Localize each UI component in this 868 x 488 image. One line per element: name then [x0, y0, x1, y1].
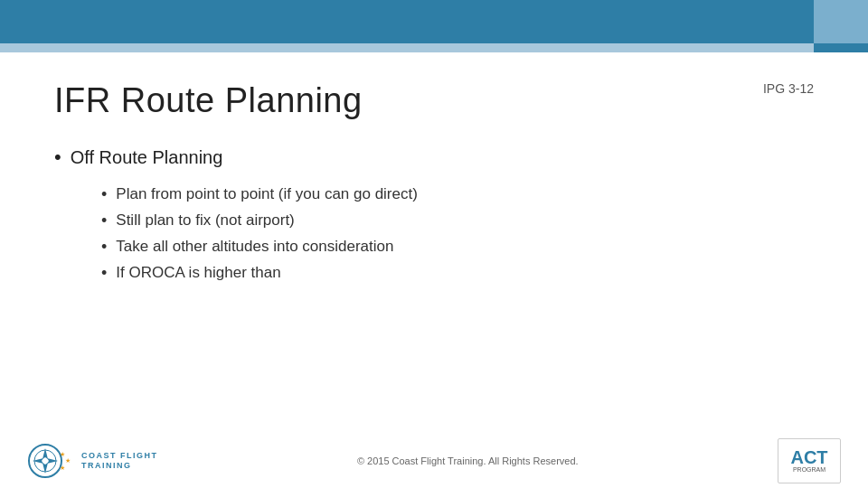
footer: ★ ★ ★ COAST FLIGHT TRAINING © 2015 Coast…: [0, 434, 868, 488]
sub-bullet-list: Plan from point to point (if you can go …: [54, 185, 814, 283]
coast-flight-logo: ★ ★ ★ COAST FLIGHT TRAINING: [27, 443, 158, 479]
act-logo: ACT PROGRAM: [778, 438, 841, 483]
sub-bullet-2: Still plan to fix (not airport): [101, 211, 814, 230]
slide-title: IFR Route Planning: [54, 81, 814, 120]
act-logo-acronym: ACT: [790, 448, 827, 466]
sub-bullet-3: Take all other altitudes into considerat…: [101, 238, 814, 257]
header-bar: [0, 0, 868, 43]
footer-copyright: © 2015 Coast Flight Training. All Rights…: [158, 455, 778, 466]
sub-bar: [0, 43, 868, 52]
svg-text:★: ★: [60, 451, 65, 457]
header-accent: [814, 0, 868, 43]
slide-content: IFR Route Planning IPG 3-12 Off Route Pl…: [0, 52, 868, 283]
sub-bar-accent: [814, 43, 868, 52]
coast-logo-icon: ★ ★ ★: [27, 443, 76, 479]
act-logo-subtext: PROGRAM: [793, 466, 826, 474]
main-bullet: Off Route Planning: [54, 145, 814, 169]
ipg-label: IPG 3-12: [763, 81, 814, 96]
svg-text:★: ★: [60, 465, 65, 471]
sub-bullet-4: If OROCA is higher than: [101, 264, 814, 283]
coast-logo-text: COAST FLIGHT TRAINING: [81, 451, 158, 471]
svg-text:★: ★: [65, 457, 71, 464]
sub-bullet-1: Plan from point to point (if you can go …: [101, 185, 814, 204]
